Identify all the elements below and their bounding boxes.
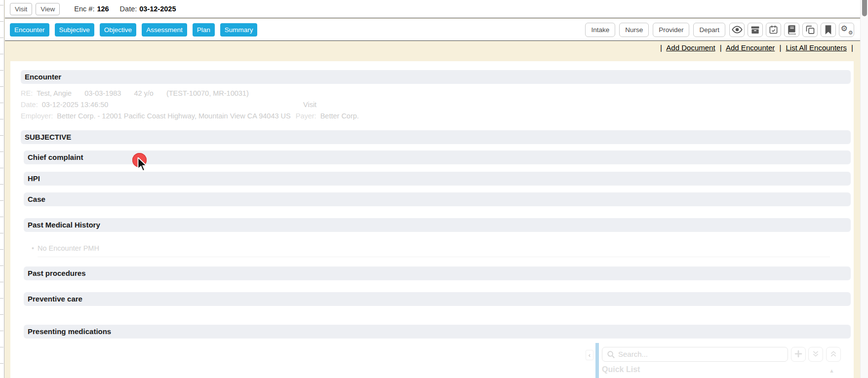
provider-button[interactable]: Provider [653, 23, 689, 37]
enc-number-label: Enc #: [74, 5, 94, 13]
copy-icon [805, 25, 815, 35]
view-tab-button[interactable]: View [36, 3, 60, 15]
encounter-form-panel: Encounter RE: Test, Angie 03-03-1983 42 … [10, 61, 854, 378]
enc-date-label: Date: [120, 5, 137, 13]
patient-ids: (TEST-10070, MR-10031) [166, 89, 249, 97]
visit-type-label: Visit [303, 101, 316, 109]
list-all-encounters-link[interactable]: List All Encounters [786, 43, 847, 52]
employer-payer-line: Employer: Better Corp. - 12001 Pacific C… [21, 112, 359, 120]
section-encounter-header[interactable]: Encounter [21, 70, 851, 84]
re-label: RE: [21, 89, 33, 97]
visit-tab-button[interactable]: Visit [10, 3, 32, 15]
plus-icon [794, 350, 802, 359]
angle-double-down-icon [812, 350, 820, 359]
payer-value: Better Corp. [320, 112, 359, 120]
quick-list-search-input[interactable] [618, 347, 784, 361]
nav-assessment-button[interactable]: Assessment [142, 23, 187, 37]
intake-button[interactable]: Intake [585, 23, 615, 37]
background-table-edge [0, 0, 4, 378]
book-icon [787, 25, 796, 35]
pmh-divider [38, 257, 830, 257]
nav-subjective-button[interactable]: Subjective [55, 23, 94, 37]
section-preventive-care[interactable]: Preventive care [24, 292, 851, 306]
mouse-cursor-icon [137, 157, 148, 174]
archive-icon [750, 25, 760, 35]
bookmark-icon [825, 25, 832, 35]
add-encounter-link[interactable]: Add Encounter [726, 43, 775, 52]
encounter-top-bar: Visit View Enc #:126 Date:03-12-2025 [5, 0, 860, 18]
pmh-list-item: No Encounter PMH [38, 244, 99, 252]
toolbar-right-group: Intake Nurse Provider Depart [585, 23, 854, 37]
employer-value: Better Corp. - 12001 Pacific Coast Highw… [57, 112, 290, 120]
employer-label: Employer: [21, 112, 53, 120]
quick-list-expand-all-button[interactable] [808, 347, 823, 362]
section-presenting-medications[interactable]: Presenting medications [24, 325, 851, 339]
payer-label: Payer: [296, 112, 316, 120]
documentation-button[interactable] [784, 23, 799, 37]
gears-icon: ⚙⚙ [842, 25, 852, 35]
quick-list-collapse-all-button[interactable] [826, 347, 841, 362]
patient-age: 42 y/o [134, 89, 154, 97]
date-label: Date: [21, 101, 38, 109]
nav-encounter-button[interactable]: Encounter [10, 23, 49, 37]
depart-button[interactable]: Depart [693, 23, 725, 37]
add-document-link[interactable]: Add Document [666, 43, 715, 52]
bookmark-button[interactable] [821, 23, 836, 37]
angle-double-up-icon [829, 350, 837, 359]
enc-date-value: 03-12-2025 [139, 5, 176, 13]
eye-icon [732, 25, 743, 34]
link-separator: | [660, 43, 662, 52]
section-past-procedures[interactable]: Past procedures [24, 266, 851, 280]
search-icon [607, 350, 615, 361]
pmh-list-bullet: • [32, 244, 34, 252]
encounter-datetime: 03-12-2025 13:46:50 [42, 101, 109, 109]
quick-panel-divider-bar[interactable] [595, 343, 599, 378]
quick-list-add-button[interactable] [791, 347, 806, 362]
nav-summary-button[interactable]: Summary [220, 23, 258, 37]
quick-list-caret-icon[interactable]: ▲ [829, 368, 834, 374]
patient-summary-line: RE: Test, Angie 03-03-1983 42 y/o (TEST-… [21, 89, 249, 97]
soap-nav-group: Encounter Subjective Objective Assessmen… [10, 23, 257, 37]
nav-objective-button[interactable]: Objective [100, 23, 136, 37]
patient-name: Test, Angie [37, 89, 72, 97]
link-separator: | [851, 43, 853, 52]
nav-plan-button[interactable]: Plan [193, 23, 215, 37]
preview-button[interactable] [729, 23, 745, 37]
settings-button[interactable]: ⚙⚙ [839, 23, 854, 37]
archive-button[interactable] [748, 23, 763, 37]
calendar-check-icon [769, 25, 778, 35]
page-scrollbar-track[interactable] [860, 0, 868, 378]
page-scrollbar-thumb[interactable] [862, 0, 867, 16]
patient-dob: 03-03-1983 [84, 89, 121, 97]
encounter-date: Date:03-12-2025 [120, 5, 176, 13]
section-subjective-header[interactable]: SUBJECTIVE [21, 130, 851, 144]
calendar-button[interactable] [766, 23, 781, 37]
encounter-number: Enc #:126 [74, 5, 109, 13]
nurse-button[interactable]: Nurse [619, 23, 649, 37]
encounter-date-line: Date: 03-12-2025 13:46:50 [21, 101, 108, 109]
copy-forward-button[interactable] [802, 23, 818, 37]
quick-panel-collapse-button[interactable]: ‹ [586, 350, 593, 360]
quick-list-search-box [602, 347, 788, 362]
link-separator: | [779, 43, 781, 52]
enc-number-value: 126 [97, 5, 109, 13]
section-case[interactable]: Case [24, 192, 851, 206]
link-separator: | [720, 43, 722, 52]
quick-list-title: Quick List [602, 365, 640, 374]
section-past-medical-history[interactable]: Past Medical History [24, 218, 851, 232]
encounter-toolbar: Encounter Subjective Objective Assessmen… [5, 19, 860, 41]
encounter-links-row: | Add Document | Add Encounter | List Al… [658, 43, 856, 52]
